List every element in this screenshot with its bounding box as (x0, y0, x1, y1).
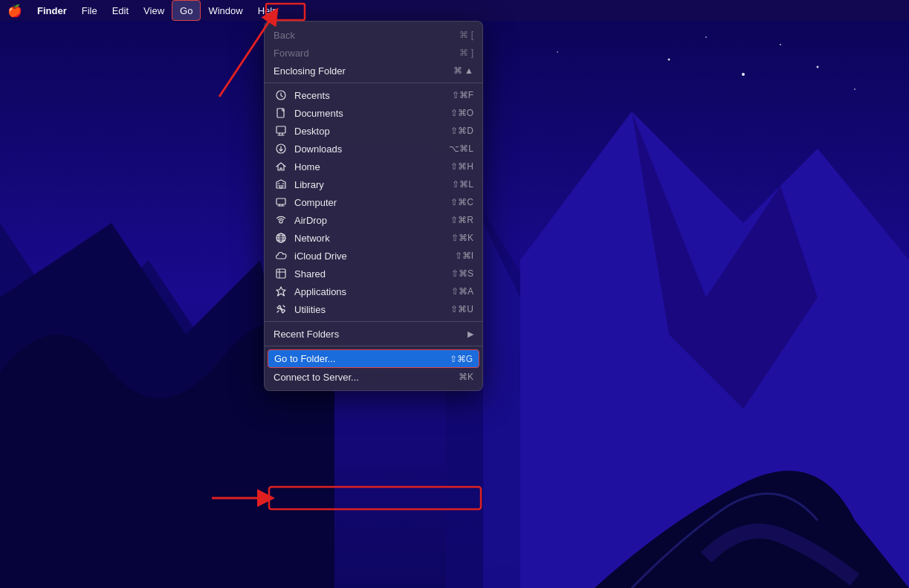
file-menu-item[interactable]: File (74, 0, 105, 21)
airdrop-menu-item[interactable]: AirDrop ⇧⌘R (265, 211, 482, 229)
forward-label: Forward (274, 48, 453, 59)
menubar: 🍎 Finder File Edit View Go Window Help (0, 0, 909, 21)
applications-menu-item[interactable]: Applications ⇧⌘A (265, 282, 482, 300)
enclosing-folder-label: Enclosing Folder (274, 65, 447, 77)
shared-menu-item[interactable]: Shared ⇧⌘S (265, 265, 482, 282)
computer-menu-item[interactable]: Computer ⇧⌘C (265, 193, 482, 211)
home-label: Home (294, 161, 444, 172)
applications-shortcut: ⇧⌘A (451, 286, 473, 297)
back-shortcut: ⌘ [ (459, 30, 473, 40)
icloud-drive-shortcut: ⇧⌘I (455, 251, 473, 261)
documents-shortcut: ⇧⌘O (450, 108, 473, 118)
edit-menu-item[interactable]: Edit (105, 0, 136, 21)
library-shortcut: ⇧⌘L (452, 179, 473, 190)
edit-label: Edit (112, 5, 129, 16)
enclosing-folder-shortcut: ⌘ ▲ (453, 65, 473, 76)
network-icon (274, 233, 288, 243)
view-menu-item[interactable]: View (136, 0, 172, 21)
shared-shortcut: ⇧⌘S (451, 268, 473, 279)
downloads-menu-item[interactable]: Downloads ⌥⌘L (265, 140, 482, 158)
utilities-label: Utilities (294, 304, 444, 315)
downloads-shortcut: ⌥⌘L (449, 143, 473, 154)
svg-point-8 (705, 36, 707, 38)
network-menu-item[interactable]: Network ⇧⌘K (265, 229, 482, 247)
go-to-folder-menu-item[interactable]: Go to Folder... ⇧⌘G (268, 349, 479, 368)
svg-point-12 (557, 51, 558, 53)
back-menu-item[interactable]: Back ⌘ [ (265, 26, 482, 44)
utilities-icon (274, 304, 288, 314)
svg-rect-18 (280, 186, 282, 188)
help-menu-item[interactable]: Help (250, 0, 285, 21)
documents-label: Documents (294, 108, 444, 119)
recent-folders-menu-item[interactable]: Recent Folders ▶ (265, 325, 482, 343)
enclosing-folder-menu-item[interactable]: Enclosing Folder ⌘ ▲ (265, 62, 482, 80)
recents-label: Recents (294, 90, 446, 101)
file-label: File (82, 5, 97, 16)
icloud-drive-menu-item[interactable]: iCloud Drive ⇧⌘I (265, 247, 482, 265)
library-label: Library (294, 179, 446, 190)
finder-label: Finder (37, 5, 67, 16)
separator-1 (265, 83, 482, 83)
shared-label: Shared (294, 268, 445, 280)
icloud-drive-icon (274, 251, 288, 260)
library-menu-item[interactable]: Library ⇧⌘L (265, 175, 482, 193)
applications-label: Applications (294, 286, 445, 297)
apple-icon: 🍎 (7, 4, 22, 18)
downloads-icon (274, 143, 288, 154)
airdrop-label: AirDrop (294, 215, 444, 226)
window-menu-item[interactable]: Window (201, 0, 250, 21)
airdrop-shortcut: ⇧⌘R (450, 215, 473, 225)
recents-shortcut: ⇧⌘F (452, 90, 473, 100)
connect-to-server-menu-item[interactable]: Connect to Server... ⌘K (265, 368, 482, 386)
utilities-menu-item[interactable]: Utilities ⇧⌘U (265, 300, 482, 318)
svg-point-9 (742, 73, 745, 76)
documents-menu-item[interactable]: Documents ⇧⌘O (265, 104, 482, 122)
airdrop-icon (274, 215, 288, 225)
svg-rect-16 (276, 126, 285, 133)
utilities-shortcut: ⇧⌘U (450, 304, 473, 314)
home-shortcut: ⇧⌘H (450, 161, 473, 172)
desktop-menu-item[interactable]: Desktop ⇧⌘D (265, 122, 482, 140)
home-icon (274, 161, 288, 172)
documents-icon (274, 108, 288, 118)
downloads-label: Downloads (294, 143, 443, 155)
go-to-folder-shortcut: ⇧⌘G (450, 354, 473, 364)
computer-label: Computer (294, 197, 444, 208)
network-label: Network (294, 233, 445, 244)
recent-folders-chevron: ▶ (468, 329, 473, 339)
svg-point-11 (817, 66, 819, 68)
svg-point-13 (854, 88, 855, 90)
go-menu-item[interactable]: Go (172, 0, 201, 21)
recent-folders-label: Recent Folders (274, 329, 462, 340)
back-label: Back (274, 30, 453, 41)
separator-3 (265, 346, 482, 346)
desktop-shortcut: ⇧⌘D (450, 126, 473, 136)
forward-menu-item[interactable]: Forward ⌘ ] (265, 44, 482, 62)
computer-shortcut: ⇧⌘C (450, 197, 473, 207)
finder-menu-item[interactable]: Finder (30, 0, 74, 21)
svg-point-10 (780, 44, 781, 45)
window-label: Window (208, 5, 242, 16)
desktop-icon (274, 126, 288, 136)
go-dropdown-menu: Back ⌘ [ Forward ⌘ ] Enclosing Folder ⌘ … (264, 21, 483, 391)
computer-icon (274, 197, 288, 207)
recents-icon (274, 90, 288, 100)
recents-menu-item[interactable]: Recents ⇧⌘F (265, 86, 482, 104)
go-to-folder-label: Go to Folder... (274, 353, 444, 364)
connect-to-server-shortcut: ⌘K (459, 372, 473, 382)
desktop-label: Desktop (294, 126, 444, 137)
forward-shortcut: ⌘ ] (459, 48, 473, 58)
icloud-drive-label: iCloud Drive (294, 251, 449, 262)
go-label: Go (180, 5, 193, 16)
network-shortcut: ⇧⌘K (451, 233, 473, 243)
svg-rect-15 (277, 109, 284, 117)
separator-2 (265, 321, 482, 322)
library-icon (274, 179, 288, 190)
svg-rect-23 (276, 269, 285, 278)
home-menu-item[interactable]: Home ⇧⌘H (265, 158, 482, 175)
connect-to-server-label: Connect to Server... (274, 372, 453, 383)
apple-menu-item[interactable]: 🍎 (0, 4, 30, 18)
svg-point-7 (668, 59, 670, 61)
applications-icon (274, 286, 288, 297)
shared-icon (274, 268, 288, 279)
